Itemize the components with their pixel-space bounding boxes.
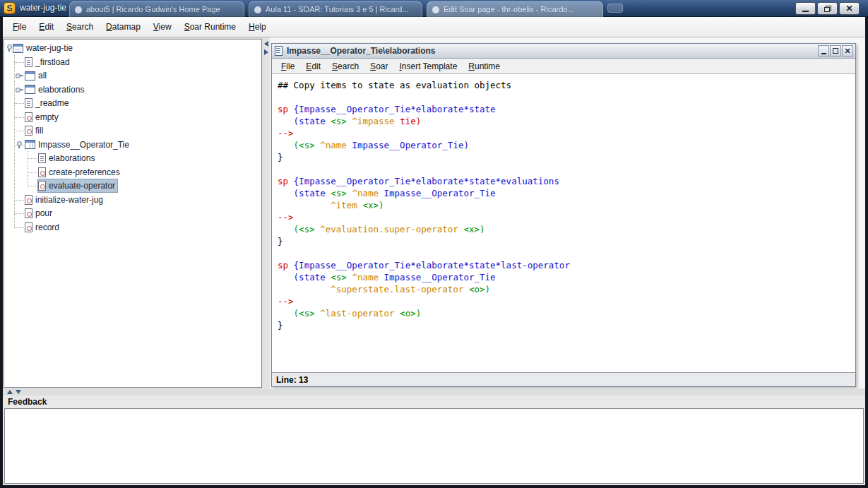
impasse-icon <box>25 140 35 149</box>
tree-item-evaluate-operator[interactable]: evaluate-operator <box>4 179 261 193</box>
tree-connector-stub <box>28 158 37 159</box>
tree-item-fill[interactable]: fill <box>4 124 261 138</box>
rule-editor-titlebar[interactable]: Impasse__Operator_Tie\elaborations ✕ <box>272 44 855 59</box>
token-attr: ^last-operator <box>320 308 394 319</box>
tree-item-_firstload[interactable]: _firstload <box>4 55 261 69</box>
code-line-9: sp {Impasse__Operator_Tie*elaborate*stat… <box>278 175 855 187</box>
tree-expand-handle-icon[interactable] <box>16 86 23 94</box>
tree-item-label: water-jug-tie <box>26 43 73 53</box>
tree-item-elaborations[interactable]: elaborations <box>4 151 261 165</box>
tree-expand-handle-icon[interactable] <box>16 72 23 80</box>
menu-edit[interactable]: Edit <box>33 20 59 34</box>
token-plain <box>278 284 331 294</box>
tree-collapse-handle-icon[interactable] <box>16 141 23 149</box>
restore-button[interactable] <box>817 2 838 15</box>
close-icon: ✕ <box>845 3 852 14</box>
editor-menu-search[interactable]: Search <box>327 60 364 73</box>
tree-item-label: _firstload <box>35 57 70 67</box>
token-keyword: (state <box>294 188 331 198</box>
tree-item-content[interactable]: evaluate-operator <box>38 179 117 192</box>
minimize-button[interactable] <box>795 2 816 15</box>
tree-item-content[interactable]: _readme <box>25 97 71 109</box>
token-plain <box>379 188 384 198</box>
token-plain <box>278 116 294 126</box>
token-arrow: --> <box>278 128 294 138</box>
folder-icon <box>25 71 35 81</box>
frame-minimize-icon <box>821 53 826 54</box>
token-var: <s> <box>331 272 347 282</box>
editor-menu-soar[interactable]: Soar <box>365 60 393 73</box>
horizontal-splitter[interactable] <box>3 388 865 395</box>
token-plain <box>395 308 400 319</box>
tree-item-content[interactable]: water-jug-tie <box>13 42 75 54</box>
menu-file[interactable]: File <box>7 20 32 34</box>
collapse-right-icon[interactable] <box>264 49 268 55</box>
tree-item-_readme[interactable]: _readme <box>4 96 261 110</box>
tree-item-create-preferences[interactable]: create-preferences <box>4 165 261 179</box>
token-arrow: --> <box>278 296 294 307</box>
tree-item-pour[interactable]: pour <box>4 206 261 220</box>
tree-item-label: evaluate-operator <box>49 181 115 191</box>
code-line-4: (state <s> ^impasse tie) <box>278 115 855 127</box>
window-titlebar[interactable]: S water-jug-tie about5 | Ricardo Gudwin'… <box>0 0 868 17</box>
feedback-label: Feedback <box>3 395 865 408</box>
operator-icon <box>25 222 32 232</box>
tree-item-content[interactable]: elaborations <box>38 152 97 165</box>
code-line-13: (<s> ^evaluation.super-operator <x>) <box>278 223 855 235</box>
tree-item-content[interactable]: _firstload <box>25 56 72 69</box>
editor-menu-edit[interactable]: Edit <box>301 60 326 73</box>
menu-help[interactable]: Help <box>243 20 272 34</box>
code-line-7: } <box>278 151 855 163</box>
tree-item-empty[interactable]: empty <box>4 110 261 124</box>
tree-item-content[interactable]: create-preferences <box>38 166 122 179</box>
code-editor[interactable]: ## Copy items to state as evaluation obj… <box>272 75 855 372</box>
tree-item-record[interactable]: record <box>4 220 261 234</box>
code-line-1: ## Copy items to state as evaluation obj… <box>278 79 855 91</box>
menu-soar-runtime[interactable]: Soar Runtime <box>179 20 242 34</box>
feedback-output[interactable] <box>4 408 864 484</box>
menu-datamap[interactable]: Datamap <box>100 20 146 34</box>
token-name: {Impasse__Operator_Tie*elaborate*state <box>288 104 496 114</box>
expand-up-icon[interactable] <box>7 390 13 394</box>
tree-item-label: pour <box>35 208 52 218</box>
project-tree: water-jug-tie_firstloadallelaborations_r… <box>4 40 261 387</box>
file-icon <box>38 153 46 163</box>
tree-item-content[interactable]: elaborations <box>25 83 86 96</box>
tree-item-label: all <box>38 71 47 81</box>
close-button[interactable]: ✕ <box>839 2 860 15</box>
frame-maximize-button[interactable] <box>830 45 841 56</box>
vertical-splitter[interactable] <box>263 37 270 388</box>
frame-minimize-button[interactable] <box>818 45 829 56</box>
tree-item-label: create-preferences <box>49 167 120 177</box>
tree-item-content[interactable]: pour <box>25 207 54 220</box>
tree-item-elaborations[interactable]: elaborations <box>4 83 261 97</box>
collapse-down-icon[interactable] <box>16 390 21 394</box>
editor-menu-file[interactable]: File <box>276 60 299 73</box>
tree-item-content[interactable]: fill <box>25 124 45 137</box>
tree-item-Impasse__Operator_Tie[interactable]: Impasse__Operator_Tie <box>4 138 261 152</box>
tree-item-content[interactable]: empty <box>25 111 61 124</box>
tree-item-content[interactable]: record <box>25 221 61 234</box>
token-sp: sp <box>278 176 288 186</box>
token-arrow: --> <box>278 212 294 222</box>
menu-search[interactable]: Search <box>61 20 99 34</box>
tree-item-initialize-water-jug[interactable]: initialize-water-jug <box>4 193 261 207</box>
tree-item-content[interactable]: Impasse__Operator_Tie <box>25 138 131 151</box>
token-plain <box>278 224 294 234</box>
menu-view[interactable]: View <box>148 20 177 34</box>
operator-icon <box>25 195 32 205</box>
tree-item-content[interactable]: all <box>25 69 49 82</box>
tree-item-content[interactable]: initialize-water-jug <box>25 194 105 206</box>
token-name: Impasse__Operator_Tie <box>384 188 496 198</box>
restore-icon <box>824 6 831 12</box>
background-tab-label: Edit Soar page - thr-obelix - Ricardo... <box>427 2 602 17</box>
editor-menu-runtime[interactable]: Runtime <box>463 60 505 73</box>
editor-menu-insert-template[interactable]: Insert Template <box>394 60 462 73</box>
token-plain <box>278 308 294 319</box>
tree-item-all[interactable]: all <box>4 69 261 83</box>
frame-close-button[interactable]: ✕ <box>842 45 853 56</box>
collapse-left-icon[interactable] <box>264 41 268 47</box>
tree-item-water-jug-tie[interactable]: water-jug-tie <box>4 41 261 55</box>
operator-icon <box>38 167 46 177</box>
code-line-14: } <box>278 235 855 247</box>
